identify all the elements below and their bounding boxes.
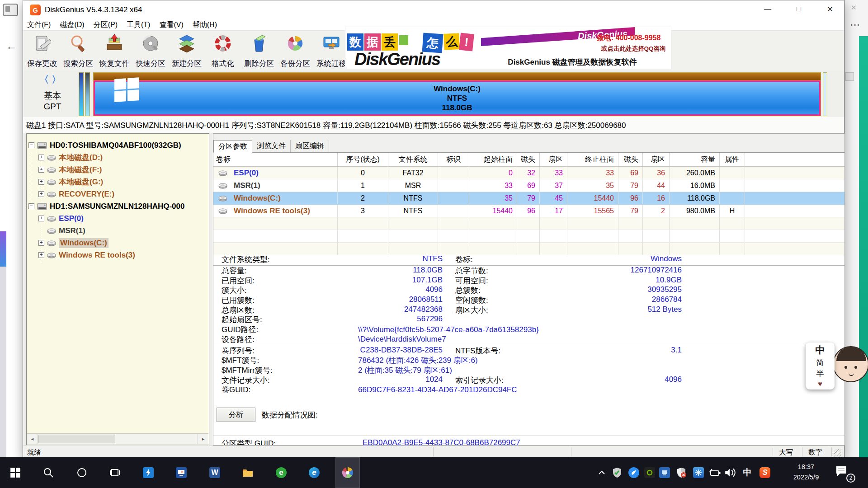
collapse-icon[interactable]: − <box>28 203 34 209</box>
cortana-icon[interactable] <box>70 457 94 488</box>
expand-icon[interactable]: + <box>38 216 44 221</box>
column-header-10[interactable]: 容量 <box>670 153 720 166</box>
promo-banner[interactable]: 数据丢怎么! DiskGenius DiskGenius 致电: 400-008… <box>345 27 671 69</box>
ime-mode-chinese[interactable]: 中 <box>816 344 825 357</box>
scroll-right-arrow-icon[interactable]: ▸ <box>198 434 208 444</box>
menu-item-3[interactable]: 工具(T) <box>127 20 150 30</box>
tree-item-2[interactable]: +本地磁盘(F:) <box>27 164 209 176</box>
diskgenius-taskbar-icon[interactable] <box>335 457 360 488</box>
speaker-icon[interactable] <box>723 457 737 488</box>
column-header-0[interactable]: 卷标 <box>213 153 338 166</box>
partition-msr-bar[interactable] <box>85 72 90 116</box>
edge-icon[interactable]: e <box>302 457 326 488</box>
toolbar-button-0[interactable]: 保存更改 <box>24 33 60 70</box>
toolbar-button-8[interactable]: 系统迁移 <box>313 33 349 70</box>
toolbar-button-5[interactable]: 格式化 <box>205 33 241 70</box>
start-icon[interactable] <box>3 457 28 488</box>
column-header-4[interactable]: 起始柱面 <box>469 153 517 166</box>
table-row-1[interactable]: MSR(1)1MSR33693735794416.0MB <box>213 179 844 192</box>
battery-icon[interactable] <box>707 457 722 488</box>
table-row-3[interactable]: Windows RE tools(3)3NTFS1544096171556579… <box>213 205 844 217</box>
toolbar-button-6[interactable]: 删除分区 <box>241 33 277 70</box>
partition-windows-bar[interactable]: Windows(C:) NTFS 118.0GB <box>93 72 821 116</box>
tab-1[interactable]: 浏览文件 <box>252 140 291 152</box>
tree-item-6[interactable]: +ESP(0) <box>27 212 209 225</box>
menu-item-2[interactable]: 分区(P) <box>94 20 118 30</box>
tree-item-7[interactable]: MSR(1) <box>27 225 209 237</box>
expand-icon[interactable]: + <box>38 191 44 197</box>
tree-item-1[interactable]: +本地磁盘(D:) <box>27 151 209 164</box>
scroll-left-arrow-icon[interactable]: ◂ <box>27 434 38 444</box>
column-header-1[interactable]: 序号(状态) <box>338 153 388 166</box>
action-center-button[interactable]: 2 <box>835 465 854 481</box>
file-explorer-icon[interactable] <box>236 457 260 488</box>
column-header-6[interactable]: 扇区 <box>540 153 567 166</box>
scroll-thumb[interactable] <box>38 435 115 443</box>
column-header-2[interactable]: 文件系统 <box>388 153 438 166</box>
ime-mode-halfwidth[interactable]: 半 <box>816 369 824 379</box>
ime-status-widget[interactable]: 中 简 半 ♥ <box>806 343 835 389</box>
column-header-11[interactable]: 属性 <box>720 153 745 166</box>
expand-icon[interactable]: + <box>38 155 44 160</box>
banner-qq-link[interactable]: 或点击此处选择QQ咨询 <box>601 45 666 53</box>
expand-icon[interactable]: + <box>38 240 44 246</box>
partition-esp-bar[interactable] <box>79 72 84 116</box>
toolbar-button-7[interactable]: 备份分区 <box>277 33 313 70</box>
expand-icon[interactable]: + <box>38 179 44 185</box>
column-header-7[interactable]: 终止柱面 <box>567 153 618 166</box>
expand-icon[interactable]: + <box>38 167 44 173</box>
chevron-up-icon[interactable] <box>594 457 609 488</box>
word-icon[interactable]: W <box>203 457 227 488</box>
search-icon[interactable] <box>36 457 61 488</box>
scroll-track[interactable] <box>38 434 198 444</box>
ime-zh-icon[interactable]: 中 <box>740 457 755 488</box>
collapse-icon[interactable]: − <box>28 142 34 148</box>
intel-graphics-icon[interactable] <box>657 457 672 488</box>
menu-item-0[interactable]: 文件(F) <box>27 20 51 30</box>
expand-icon[interactable]: + <box>38 252 44 258</box>
tab-0[interactable]: 分区参数 <box>213 140 252 153</box>
blue-app-icon[interactable] <box>627 457 641 488</box>
column-header-8[interactable]: 磁头 <box>618 153 643 166</box>
nvidia-icon[interactable] <box>642 457 657 488</box>
toolbar-button-3[interactable]: 快速分区 <box>132 33 169 70</box>
column-header-3[interactable]: 标识 <box>438 153 469 166</box>
tree-item-3[interactable]: +本地磁盘(G:) <box>27 176 209 188</box>
ime-mode-simplified[interactable]: 简 <box>816 357 824 368</box>
panel-splitter[interactable] <box>209 133 213 446</box>
column-header-5[interactable]: 磁头 <box>517 153 540 166</box>
column-header-9[interactable]: 扇区 <box>643 153 670 166</box>
table-row-2[interactable]: Windows(C:)2NTFS357945154409616118.0GB <box>213 192 844 205</box>
taskbar-clock[interactable]: 18:37 2022/5/9 <box>784 462 828 483</box>
close-button[interactable]: ✕ <box>819 0 841 18</box>
green-browser-icon[interactable]: e <box>269 457 293 488</box>
table-row-0[interactable]: ESP(0)0FAT3203233336936260.0MB <box>213 167 844 179</box>
toolbar-button-2[interactable]: 恢复文件 <box>96 33 132 70</box>
minimize-button[interactable]: — <box>756 0 779 18</box>
toolbar-button-1[interactable]: 搜索分区 <box>60 33 96 70</box>
store-app-icon[interactable] <box>169 457 193 488</box>
tree-horizontal-scrollbar[interactable]: ◂▸ <box>27 433 208 444</box>
task-view-icon[interactable] <box>103 457 127 488</box>
tree-item-4[interactable]: +RECOVERY(E:) <box>27 188 209 200</box>
tree-item-9[interactable]: +Windows RE tools(3) <box>27 249 209 261</box>
shield-check-icon[interactable] <box>610 457 624 488</box>
tree-item-5[interactable]: −HD1:SAMSUNGMZNLN128HAHQ-000 <box>27 200 209 212</box>
resize-grip[interactable] <box>834 449 841 456</box>
menu-item-1[interactable]: 磁盘(D) <box>60 20 84 30</box>
analyze-button[interactable]: 分析 <box>217 408 255 422</box>
toolbar-button-4[interactable]: 新建分区 <box>169 33 205 70</box>
thunder-app-icon[interactable] <box>136 457 160 488</box>
tree-item-0[interactable]: −HD0:TOSHIBAMQ04ABF100(932GB) <box>27 139 209 151</box>
tree-item-8[interactable]: +Windows(C:) <box>27 237 209 249</box>
menu-item-5[interactable]: 帮助(H) <box>193 20 217 30</box>
menu-item-4[interactable]: 查看(V) <box>159 20 183 30</box>
snowflake-icon[interactable] <box>691 457 706 488</box>
heart-icon[interactable]: ♥ <box>818 380 822 388</box>
disk-nav-arrows[interactable]: 〈〉 <box>39 73 64 86</box>
sogou-icon[interactable]: S <box>758 457 772 488</box>
defender-icon[interactable] <box>674 457 689 488</box>
tab-2[interactable]: 扇区编辑 <box>291 140 329 152</box>
more-options-icon[interactable]: ⋯ <box>850 19 860 31</box>
back-arrow-icon[interactable]: ← <box>6 40 17 52</box>
